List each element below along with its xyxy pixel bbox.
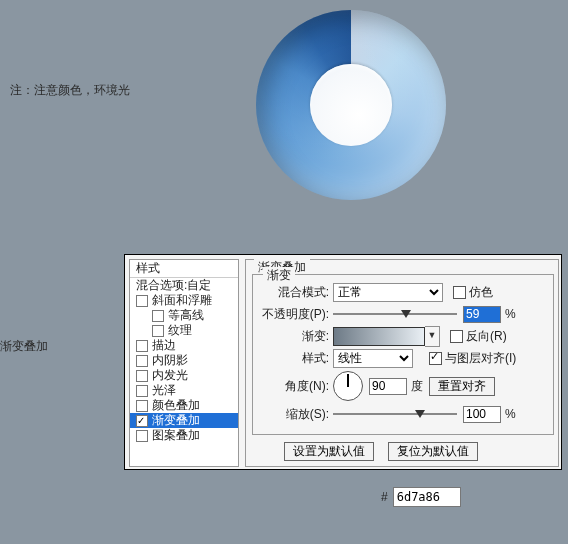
scale-input[interactable] [463, 406, 501, 423]
style-item-label: 内阴影 [152, 353, 188, 367]
angle-unit: 度 [411, 378, 423, 395]
style-item-图案叠加[interactable]: 图案叠加 [130, 428, 238, 443]
angle-input[interactable] [369, 378, 407, 395]
opacity-label: 不透明度(P): [259, 306, 329, 323]
align-checkbox[interactable] [429, 352, 442, 365]
make-default-button[interactable]: 设置为默认值 [284, 442, 374, 461]
blend-options-row[interactable]: 混合选项:自定 [130, 278, 238, 293]
dither-checkbox[interactable] [453, 286, 466, 299]
opacity-unit: % [505, 307, 516, 321]
opacity-input[interactable] [463, 306, 501, 323]
gradient-group: 渐变 混合模式: 正常 仿色 不透明度(P): [252, 274, 554, 435]
style-item-checkbox[interactable] [136, 400, 148, 412]
align-label: 与图层对齐(I) [445, 350, 516, 367]
angle-label: 角度(N): [259, 378, 329, 395]
style-item-label: 纹理 [168, 323, 192, 337]
blend-mode-label: 混合模式: [259, 284, 329, 301]
gradient-label: 渐变: [259, 328, 329, 345]
style-item-描边[interactable]: 描边 [130, 338, 238, 353]
dither-label: 仿色 [469, 284, 493, 301]
gradient-overlay-panel: 渐变叠加 渐变 混合模式: 正常 仿色 不透明度(P): [245, 259, 559, 467]
gradient-dropdown-icon[interactable]: ▼ [425, 326, 440, 347]
reset-align-button[interactable]: 重置对齐 [429, 377, 495, 396]
style-item-label: 图案叠加 [152, 428, 200, 442]
scale-label: 缩放(S): [259, 406, 329, 423]
style-item-内发光[interactable]: 内发光 [130, 368, 238, 383]
style-item-checkbox[interactable] [136, 295, 148, 307]
style-select[interactable]: 线性 [333, 349, 413, 368]
style-item-等高线[interactable]: 等高线 [130, 308, 238, 323]
reset-default-button[interactable]: 复位为默认值 [388, 442, 478, 461]
note-text: 注：注意颜色，环境光 [10, 82, 130, 99]
preview-donut [256, 10, 446, 200]
style-item-checkbox[interactable] [136, 355, 148, 367]
scale-unit: % [505, 407, 516, 421]
style-item-内阴影[interactable]: 内阴影 [130, 353, 238, 368]
style-item-label: 斜面和浮雕 [152, 293, 212, 307]
style-item-纹理[interactable]: 纹理 [130, 323, 238, 338]
style-item-label: 等高线 [168, 308, 204, 322]
styles-list[interactable]: 样式 混合选项:自定 斜面和浮雕等高线纹理描边内阴影内发光光泽颜色叠加渐变叠加图… [129, 259, 239, 467]
side-effect-label: 渐变叠加 [0, 338, 48, 355]
hash-label: # [381, 490, 388, 504]
reverse-checkbox[interactable] [450, 330, 463, 343]
gradient-sub-title: 渐变 [263, 267, 295, 284]
style-item-颜色叠加[interactable]: 颜色叠加 [130, 398, 238, 413]
reverse-label: 反向(R) [466, 328, 507, 345]
style-item-checkbox[interactable] [152, 310, 164, 322]
style-item-checkbox[interactable] [152, 325, 164, 337]
style-item-label: 描边 [152, 338, 176, 352]
style-item-渐变叠加[interactable]: 渐变叠加 [130, 413, 238, 428]
style-item-label: 渐变叠加 [152, 413, 200, 427]
styles-header: 样式 [130, 260, 238, 278]
style-item-checkbox[interactable] [136, 415, 148, 427]
scale-slider[interactable] [333, 408, 457, 420]
style-item-光泽[interactable]: 光泽 [130, 383, 238, 398]
angle-dial[interactable] [333, 371, 363, 401]
style-label: 样式: [259, 350, 329, 367]
style-item-checkbox[interactable] [136, 370, 148, 382]
hex-color-field: # [381, 487, 461, 507]
layer-style-dialog: 样式 混合选项:自定 斜面和浮雕等高线纹理描边内阴影内发光光泽颜色叠加渐变叠加图… [124, 254, 562, 470]
gradient-preview[interactable] [333, 327, 425, 346]
hex-input[interactable] [393, 487, 461, 507]
style-item-checkbox[interactable] [136, 340, 148, 352]
style-item-斜面和浮雕[interactable]: 斜面和浮雕 [130, 293, 238, 308]
donut-hole [310, 64, 392, 146]
style-item-label: 内发光 [152, 368, 188, 382]
style-item-label: 光泽 [152, 383, 176, 397]
style-item-label: 颜色叠加 [152, 398, 200, 412]
blend-mode-select[interactable]: 正常 [333, 283, 443, 302]
opacity-slider[interactable] [333, 308, 457, 320]
style-item-checkbox[interactable] [136, 430, 148, 442]
style-item-checkbox[interactable] [136, 385, 148, 397]
